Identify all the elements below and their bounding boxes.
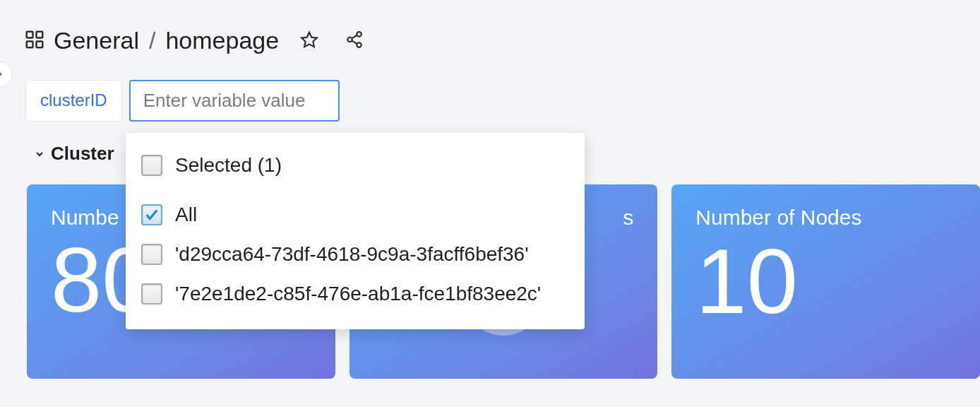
share-icon (345, 40, 364, 51)
chevron-down-icon (34, 148, 45, 160)
breadcrumb-folder[interactable]: General (54, 27, 139, 54)
variable-label-clusterid[interactable]: clusterID (25, 80, 122, 122)
svg-rect-2 (27, 41, 33, 47)
svg-point-6 (347, 37, 352, 42)
checkbox-icon[interactable] (141, 204, 162, 225)
panel-title: Number of Nodes (695, 206, 956, 230)
dropdown-selected-label: Selected (1) (175, 154, 282, 177)
dropdown-option-label: All (175, 204, 197, 226)
dropdown-option-all[interactable]: All (126, 195, 585, 235)
checkbox-icon[interactable] (141, 244, 162, 265)
star-icon (300, 40, 318, 51)
favorite-button[interactable] (297, 28, 321, 54)
svg-rect-0 (27, 31, 33, 37)
dropdown-option-label: '7e2e1de2-c85f-476e-ab1a-fce1bf83ee2c' (175, 283, 541, 305)
share-button[interactable] (342, 28, 366, 54)
page-header: General / homepage (0, 0, 980, 54)
svg-rect-1 (37, 31, 43, 37)
svg-line-9 (352, 41, 357, 44)
section-title: Cluster (51, 143, 114, 165)
dropdown-option[interactable]: 'd29cca64-73df-4618-9c9a-3facff6bef36' (126, 235, 585, 274)
svg-line-8 (352, 35, 357, 38)
svg-rect-3 (37, 41, 43, 47)
panel-card[interactable]: Number of Nodes 10 (671, 184, 980, 379)
svg-point-7 (357, 42, 361, 47)
variable-dropdown: Selected (1) All 'd29cca64-73df-4618-9c9… (126, 133, 585, 329)
svg-point-5 (357, 32, 361, 37)
panel-value: 10 (695, 235, 956, 327)
variable-bar: clusterID (0, 54, 980, 122)
dashboard-icon (24, 29, 45, 53)
dropdown-spacer (126, 185, 585, 195)
checkbox-icon[interactable] (141, 283, 162, 305)
breadcrumb-separator: / (149, 27, 155, 54)
svg-marker-4 (301, 33, 317, 47)
breadcrumb: General / homepage (54, 27, 279, 54)
dropdown-option[interactable]: '7e2e1de2-c85f-476e-ab1a-fce1bf83ee2c' (126, 274, 585, 314)
variable-input-clusterid[interactable] (129, 80, 340, 122)
dropdown-selected-summary[interactable]: Selected (1) (126, 146, 585, 185)
checkbox-icon[interactable] (141, 155, 162, 176)
dropdown-option-label: 'd29cca64-73df-4618-9c9a-3facff6bef36' (175, 243, 529, 266)
breadcrumb-page: homepage (165, 27, 279, 54)
